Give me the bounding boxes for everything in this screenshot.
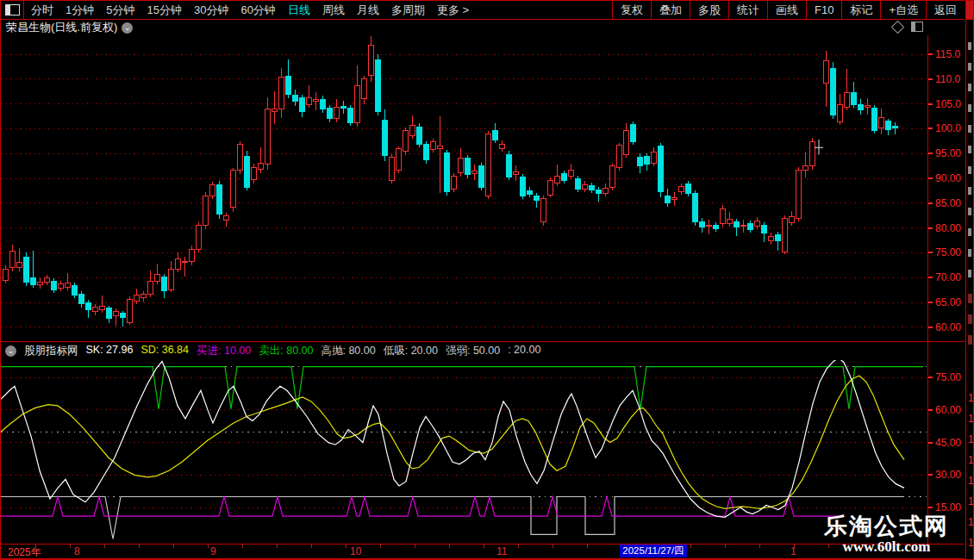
period-tab-月线[interactable]: 月线 — [357, 3, 379, 18]
price-axis-label: 65.00 — [935, 296, 961, 308]
time-axis-tick — [759, 544, 760, 548]
time-axis-tick — [725, 544, 726, 548]
clipped-text-fragment — [968, 294, 972, 303]
period-tab-60分钟[interactable]: 60分钟 — [240, 3, 275, 18]
clipped-price-digit: 1 — [968, 434, 974, 445]
time-axis-tick — [277, 544, 278, 548]
price-axis-label: 100.0 — [935, 122, 961, 134]
toolbar-button-多股[interactable]: 多股 — [690, 1, 728, 19]
indicator-axis-label: 45.00 — [935, 437, 961, 449]
clipped-text-fragment — [968, 228, 971, 236]
clipped-text-fragment — [968, 187, 971, 195]
price-axis-label: 90.00 — [935, 172, 961, 184]
clipped-price-digit: 1 — [968, 496, 974, 507]
period-tab-日线[interactable]: 日线 — [288, 3, 310, 18]
clipped-price-digit: 1 — [968, 455, 974, 465]
time-axis-tick — [828, 544, 829, 548]
toolbar-button-画线[interactable]: 画线 — [767, 1, 806, 19]
toolbar-actions: 复权叠加多股统计画线F10标记+自选返回 — [612, 1, 965, 19]
toolbar-button-返回[interactable]: 返回 — [926, 1, 965, 19]
indicator-value: : 20.00 — [508, 344, 540, 358]
split-panel-icon[interactable] — [911, 22, 923, 32]
indicator-value: 股朋指标网 — [24, 344, 78, 358]
clipped-text-fragment — [968, 249, 971, 257]
chevron-down-circle-icon[interactable]: ⌄ — [5, 345, 16, 357]
clipped-price-digit: 1 — [968, 476, 974, 486]
time-axis-tick — [553, 544, 553, 548]
indicator-axis-label: 30.00 — [935, 469, 961, 481]
clipped-text-fragment — [968, 104, 971, 112]
time-axis-tick — [311, 544, 312, 548]
time-axis-month-label: 9 — [210, 545, 216, 557]
clipped-text-fragment — [968, 146, 971, 153]
toolbar-button-F10[interactable]: F10 — [806, 1, 841, 19]
candlestick-chart-canvas[interactable] — [1, 35, 927, 341]
price-axis-label: 105.0 — [935, 98, 961, 110]
clipped-text-fragment — [968, 125, 971, 133]
time-axis-tick — [380, 544, 381, 548]
time-axis-tick — [173, 544, 174, 548]
clipped-text-fragment — [968, 166, 971, 174]
period-tab-5分钟[interactable]: 5分钟 — [106, 3, 134, 18]
price-axis-label: 80.00 — [935, 222, 961, 234]
time-axis-tick — [587, 544, 588, 548]
indicator-values: 股朋指标网SK: 27.96SD: 36.84买进: 10.00卖出: 80.0… — [24, 344, 540, 358]
trading-app-window: 分时1分钟5分钟15分钟30分钟60分钟日线周线月线多周期更多 > 复权叠加多股… — [0, 0, 974, 560]
period-tab-多周期[interactable]: 多周期 — [391, 3, 425, 18]
period-tab-15分钟[interactable]: 15分钟 — [147, 3, 181, 18]
time-axis-tick — [139, 544, 140, 548]
clipped-price-digit: 1 — [968, 393, 974, 403]
indicator-axis: 75.0060.0045.0030.0015.00 — [928, 360, 965, 544]
toolbar-button-统计[interactable]: 统计 — [728, 1, 767, 19]
title-bar: 荣昌生物(日线.前复权) ⌄ — [1, 20, 965, 35]
period-tab-分时[interactable]: 分时 — [31, 3, 53, 18]
indicator-value: 买进: 10.00 — [197, 344, 251, 358]
toolbar-button-标记[interactable]: 标记 — [841, 1, 880, 19]
clipped-price-digit: 1 — [968, 414, 974, 424]
toolbar-button-+自选[interactable]: +自选 — [880, 1, 926, 19]
time-axis-tick — [242, 544, 243, 548]
price-axis-label: 110.0 — [935, 73, 960, 85]
time-axis-tick — [863, 544, 864, 548]
time-axis-tick — [35, 544, 36, 548]
period-tab-周线[interactable]: 周线 — [322, 3, 345, 18]
toolbar-button-复权[interactable]: 复权 — [612, 1, 651, 19]
time-axis-tick — [70, 544, 71, 548]
indicator-value: SD: 36.84 — [140, 344, 189, 358]
clipped-text-fragment — [968, 84, 971, 91]
time-axis-month-label: 10 — [350, 545, 361, 557]
time-axis-tick — [449, 544, 450, 548]
price-axis: 115.0110.0105.0100.095.0090.0085.0080.00… — [928, 35, 965, 341]
time-axis-tick — [518, 544, 519, 548]
price-axis-label: 115.0 — [935, 48, 960, 60]
scrollbar-top-block — [966, 1, 974, 20]
time-axis-tick — [690, 544, 691, 548]
period-tab-1分钟[interactable]: 1分钟 — [66, 3, 94, 18]
time-axis-tick — [346, 544, 347, 548]
clipped-price-digit: 1 — [968, 538, 974, 548]
time-axis-tick — [104, 544, 105, 548]
time-axis-month-label: 1 — [790, 545, 796, 557]
layout-toggle-button[interactable] — [1, 1, 24, 19]
split-panel-icon — [5, 4, 20, 16]
clipped-price-digit: 1 — [968, 517, 974, 527]
diamond-icon[interactable] — [891, 20, 905, 34]
chevron-down-circle-icon[interactable]: ⌄ — [122, 22, 133, 34]
clipped-side-panel: 11111111 — [965, 1, 974, 560]
indicator-axis-label: 75.00 — [935, 371, 961, 383]
clipped-text-fragment — [968, 335, 972, 345]
indicator-chart-canvas[interactable] — [1, 360, 927, 544]
clipped-text-fragment — [968, 314, 972, 324]
period-tab-更多 >[interactable]: 更多 > — [437, 3, 469, 18]
time-axis-month-label: 8 — [74, 545, 80, 557]
price-axis-label: 95.00 — [935, 147, 961, 159]
toolbar-button-叠加[interactable]: 叠加 — [651, 1, 690, 19]
time-axis[interactable]: 2025年 89101112025/11/27/四 — [1, 544, 965, 559]
clipped-text-fragment — [968, 208, 971, 215]
period-tab-30分钟[interactable]: 30分钟 — [194, 3, 228, 18]
indicator-value: 卖出: 80.00 — [259, 344, 313, 358]
page-title: 荣昌生物(日线.前复权) — [1, 20, 117, 35]
clipped-text-fragment — [968, 42, 971, 50]
price-axis-label: 85.00 — [935, 197, 961, 209]
indicator-value: SK: 27.96 — [86, 344, 134, 358]
